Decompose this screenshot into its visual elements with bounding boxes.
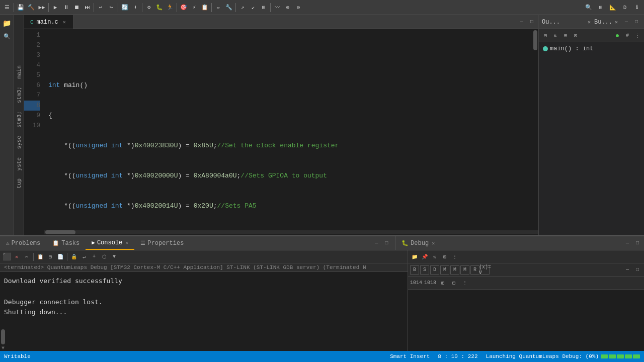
debug-stop-icon[interactable]: ⏹ [71, 3, 82, 13]
code-editor[interactable]: 1 2 3 4 5 6 7 8 9 10 int main() { *((uns… [24, 29, 538, 229]
tab-tasks[interactable]: 📋 Tasks [46, 236, 86, 250]
pencil-icon[interactable]: ✏ [213, 3, 223, 13]
scrollbar-thumb[interactable] [533, 30, 537, 50]
debug-config-icon[interactable]: 🐛 [154, 3, 165, 13]
bottom-minimize-icon[interactable]: — [372, 239, 381, 248]
debug-open-icon[interactable]: 📁 [410, 252, 419, 261]
debug-sort-icon[interactable]: ⇅ [430, 252, 439, 261]
code-content[interactable]: int main() { *((unsigned int *)0x4002383… [44, 29, 532, 229]
debug-minimize-icon[interactable]: — [623, 239, 632, 248]
stop-icon[interactable]: ⬛ [2, 252, 11, 261]
editor-tab-main[interactable]: C main.c ✕ [24, 15, 74, 29]
status-insert[interactable]: Smart Insert [390, 353, 430, 359]
clear-icon[interactable]: ✕ [12, 252, 21, 261]
debug-expand2-icon[interactable]: □ [633, 265, 642, 275]
build-icon[interactable]: 🔨 [26, 3, 36, 13]
target-icon[interactable]: 🎯 [179, 3, 189, 13]
debug-more-icon[interactable]: ⋮ [450, 252, 459, 261]
flash-icon[interactable]: ⚡ [189, 3, 199, 13]
editor-hscrollbar[interactable] [24, 229, 538, 235]
bp-minimize-icon[interactable]: — [622, 18, 631, 27]
nav-label-sysc[interactable]: sysc [16, 136, 22, 149]
reg-R-icon[interactable]: R [470, 265, 479, 275]
outline-collapse-icon[interactable]: ⊟ [541, 31, 550, 40]
reg-D-icon[interactable]: D [430, 265, 439, 275]
save-icon[interactable]: 💾 [16, 3, 26, 13]
run-icon[interactable]: 🏃 [165, 3, 175, 13]
outline-sort-icon[interactable]: ⇅ [551, 31, 560, 40]
scroll-lock-icon[interactable]: 🔒 [69, 252, 78, 261]
nav-label-stm1[interactable]: stm3; [16, 86, 22, 103]
reg-B-icon[interactable]: B [410, 265, 419, 275]
chip-icon[interactable]: 📋 [200, 3, 210, 13]
console-scrollbar[interactable]: ▼ [0, 328, 6, 351]
new-console-icon[interactable]: + [90, 252, 99, 261]
reg-M3-icon[interactable]: M [460, 265, 469, 275]
tab-properties[interactable]: ☰ Properties [134, 236, 190, 250]
perspective-icon[interactable]: 📐 [608, 3, 618, 13]
dropdown-icon[interactable]: ▼ [110, 252, 119, 261]
outline-more-icon[interactable]: ⋮ [633, 31, 642, 40]
console-close[interactable]: ✕ [125, 240, 128, 246]
debug-play-icon[interactable]: ▶ [50, 3, 60, 13]
collapse-icon[interactable]: ⊖ [293, 3, 303, 13]
bottom-maximize-icon[interactable]: □ [382, 239, 391, 248]
minimize-icon[interactable]: — [517, 18, 526, 27]
bp-maximize-icon[interactable]: □ [632, 18, 641, 27]
help-icon[interactable]: ℹ [632, 3, 642, 13]
word-wrap-icon[interactable]: ↵ [79, 252, 89, 261]
bp-close-icon[interactable]: ✕ [612, 18, 621, 27]
reg-xy-icon[interactable]: (x)= V [480, 265, 490, 275]
outline-hide-icon[interactable]: ⊠ [571, 31, 580, 40]
nav-file-icon[interactable]: 📁 [1, 17, 13, 29]
maximize-icon[interactable]: □ [527, 18, 536, 27]
outline-hash-icon[interactable]: # [623, 31, 632, 40]
tab-debug[interactable]: 🐛 Debug ✕ [395, 236, 441, 250]
tab-console[interactable]: ▶ Console ✕ [86, 236, 134, 250]
undo-icon[interactable]: ↩ [96, 3, 106, 13]
download-icon[interactable]: ⬇ [130, 3, 140, 13]
outline-filter-icon[interactable]: ⊞ [561, 31, 570, 40]
outline-main-item[interactable]: main() : int [541, 44, 642, 53]
debug-pause-icon[interactable]: ⏸ [61, 3, 71, 13]
status-position[interactable]: 8 : 10 : 222 [438, 353, 477, 359]
search-icon[interactable]: 🔍 [584, 3, 594, 13]
debug-close[interactable]: ✕ [432, 240, 435, 246]
debug-hide-icon[interactable]: ⊠ [440, 252, 449, 261]
ext3-icon[interactable]: ⊞ [259, 3, 269, 13]
paste-icon[interactable]: 📄 [56, 252, 65, 261]
outline-close-icon[interactable]: ✕ [585, 18, 594, 27]
settings-icon[interactable]: ⚙ [144, 3, 154, 13]
debug-collapse-icon[interactable]: — [623, 265, 632, 275]
nav-label-tup[interactable]: tup [16, 178, 22, 189]
debug-view-icon[interactable]: D [620, 3, 630, 13]
nav-label-stm2[interactable]: stm3; [16, 111, 22, 128]
ext2-icon[interactable]: ↙ [248, 3, 258, 13]
debug-pin-icon[interactable]: 📌 [420, 252, 429, 261]
debug-step-icon[interactable]: ⏭ [82, 3, 92, 13]
nav-label-main[interactable]: main [16, 65, 22, 78]
editor-scrollbar[interactable] [532, 29, 538, 229]
menu-icon[interactable]: ☰ [2, 3, 12, 13]
layout-icon[interactable]: ⊞ [596, 3, 606, 13]
reg-more-icon[interactable]: ⋮ [460, 279, 469, 288]
reg-S-icon[interactable]: S [420, 265, 429, 275]
reg-collapse-icon[interactable]: ⊟ [449, 279, 458, 288]
nav-label-yste[interactable]: yste [16, 157, 22, 170]
scroll-down-btn[interactable]: ▼ [0, 345, 6, 351]
tools-icon[interactable]: 🔧 [224, 3, 234, 13]
tab-close-button[interactable]: ✕ [61, 19, 67, 26]
debug-maximize-icon[interactable]: □ [633, 239, 642, 248]
expand-icon[interactable]: ⊕ [283, 3, 293, 13]
refresh-icon[interactable]: 🔄 [120, 3, 130, 13]
copy-icon[interactable]: 📋 [36, 252, 45, 261]
run-all-icon[interactable]: ▶▶ [37, 3, 47, 13]
select-all-icon[interactable]: ⊞ [46, 252, 55, 261]
status-launching[interactable]: Launching QuantumLeaps Debug: (0%) [486, 353, 640, 359]
redo-icon[interactable]: ↪ [106, 3, 116, 13]
nav-search-icon[interactable]: 🔍 [1, 30, 13, 42]
open-terminal-icon[interactable]: ⬡ [100, 252, 109, 261]
status-mode[interactable]: Writable [4, 353, 31, 359]
reg-expand-icon[interactable]: ⊞ [438, 279, 447, 288]
scissors-icon[interactable]: ✂ [22, 252, 31, 261]
